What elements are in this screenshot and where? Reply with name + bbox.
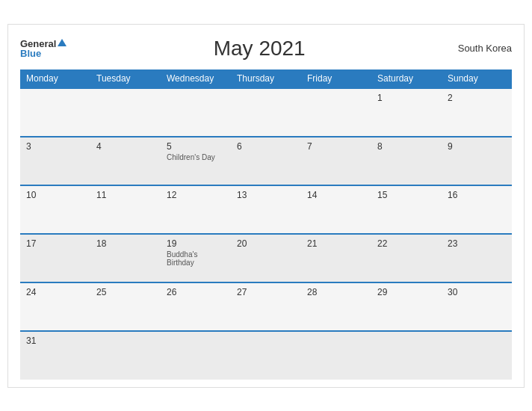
calendar-cell: 31 xyxy=(20,331,90,380)
calendar-cell: 27 xyxy=(231,282,301,331)
calendar-cell: 15 xyxy=(371,185,442,234)
calendar-week-3: 10111213141516 xyxy=(20,185,512,234)
day-number: 18 xyxy=(96,238,155,249)
calendar-cell: 2 xyxy=(442,88,512,137)
calendar-cell xyxy=(301,88,371,137)
calendar-cell: 12 xyxy=(161,185,231,234)
day-number: 22 xyxy=(377,238,436,249)
day-number: 13 xyxy=(237,190,295,200)
day-number: 15 xyxy=(377,190,436,200)
day-number: 14 xyxy=(307,190,365,200)
calendar-week-5: 24252627282930 xyxy=(20,282,512,331)
month-title: May 2021 xyxy=(66,37,452,61)
weekday-header-row: MondayTuesdayWednesdayThursdayFridaySatu… xyxy=(20,69,512,88)
calendar-cell: 5Children's Day xyxy=(161,137,231,185)
holiday-label: Children's Day xyxy=(167,153,225,161)
calendar-cell: 8 xyxy=(371,137,442,185)
calendar-cell: 28 xyxy=(301,282,371,331)
calendar-cell: 29 xyxy=(371,282,442,331)
calendar-cell xyxy=(20,88,90,137)
logo: General Blue xyxy=(20,39,66,58)
calendar-cell: 13 xyxy=(231,185,301,234)
calendar-cell: 10 xyxy=(20,185,90,234)
calendar-cell xyxy=(90,331,161,380)
calendar-cell: 26 xyxy=(161,282,231,331)
calendar-cell xyxy=(371,331,442,380)
calendar-cell: 14 xyxy=(301,185,371,234)
calendar-cell: 19Buddha's Birthday xyxy=(161,234,231,282)
calendar-container: General Blue May 2021 South Korea Monday… xyxy=(7,24,525,388)
day-number: 24 xyxy=(26,287,84,297)
calendar-cell xyxy=(301,331,371,380)
calendar-cell xyxy=(442,331,512,380)
calendar-week-6: 31 xyxy=(20,331,512,380)
calendar-cell: 4 xyxy=(90,137,161,185)
day-number: 25 xyxy=(96,287,155,297)
logo-general-text: General xyxy=(20,39,56,49)
day-number: 3 xyxy=(26,141,84,152)
calendar-cell: 3 xyxy=(20,137,90,185)
day-number: 20 xyxy=(237,238,295,249)
day-number: 2 xyxy=(448,93,506,103)
day-number: 1 xyxy=(377,93,436,103)
day-number: 8 xyxy=(377,141,436,152)
day-number: 5 xyxy=(167,141,225,152)
calendar-cell: 20 xyxy=(231,234,301,282)
logo-blue-text: Blue xyxy=(20,49,41,58)
day-number: 30 xyxy=(448,287,506,297)
calendar-cell: 22 xyxy=(371,234,442,282)
day-number: 16 xyxy=(448,190,506,200)
weekday-header-saturday: Saturday xyxy=(371,69,442,88)
day-number: 12 xyxy=(167,190,225,200)
calendar-cell: 11 xyxy=(90,185,161,234)
calendar-week-2: 345Children's Day6789 xyxy=(20,137,512,185)
weekday-header-thursday: Thursday xyxy=(231,69,301,88)
day-number: 10 xyxy=(26,190,84,200)
day-number: 9 xyxy=(448,141,506,152)
weekday-header-friday: Friday xyxy=(301,69,371,88)
calendar-cell: 16 xyxy=(442,185,512,234)
day-number: 26 xyxy=(167,287,225,297)
day-number: 27 xyxy=(237,287,295,297)
day-number: 7 xyxy=(307,141,365,152)
calendar-cell: 18 xyxy=(90,234,161,282)
day-number: 4 xyxy=(96,141,155,152)
weekday-header-monday: Monday xyxy=(20,69,90,88)
day-number: 11 xyxy=(96,190,155,200)
calendar-cell: 17 xyxy=(20,234,90,282)
logo-triangle-icon xyxy=(58,39,66,46)
calendar-week-1: 12 xyxy=(20,88,512,137)
holiday-label: Buddha's Birthday xyxy=(167,250,225,267)
day-number: 6 xyxy=(237,141,295,152)
calendar-cell xyxy=(161,331,231,380)
weekday-header-wednesday: Wednesday xyxy=(161,69,231,88)
weekday-header-tuesday: Tuesday xyxy=(90,69,161,88)
calendar-table: MondayTuesdayWednesdayThursdayFridaySatu… xyxy=(20,69,512,380)
calendar-cell xyxy=(231,331,301,380)
calendar-week-4: 171819Buddha's Birthday20212223 xyxy=(20,234,512,282)
calendar-cell: 25 xyxy=(90,282,161,331)
calendar-cell: 30 xyxy=(442,282,512,331)
calendar-cell: 7 xyxy=(301,137,371,185)
country-label: South Korea xyxy=(452,43,512,54)
day-number: 17 xyxy=(26,238,84,249)
day-number: 31 xyxy=(26,336,84,346)
day-number: 23 xyxy=(448,238,506,249)
weekday-header-sunday: Sunday xyxy=(442,69,512,88)
calendar-header: General Blue May 2021 South Korea xyxy=(20,37,512,61)
calendar-cell: 24 xyxy=(20,282,90,331)
day-number: 28 xyxy=(307,287,365,297)
calendar-cell: 9 xyxy=(442,137,512,185)
calendar-cell xyxy=(161,88,231,137)
calendar-cell: 23 xyxy=(442,234,512,282)
day-number: 29 xyxy=(377,287,436,297)
day-number: 19 xyxy=(167,238,225,249)
calendar-cell: 6 xyxy=(231,137,301,185)
calendar-cell: 1 xyxy=(371,88,442,137)
day-number: 21 xyxy=(307,238,365,249)
calendar-cell: 21 xyxy=(301,234,371,282)
calendar-cell xyxy=(231,88,301,137)
calendar-cell xyxy=(90,88,161,137)
